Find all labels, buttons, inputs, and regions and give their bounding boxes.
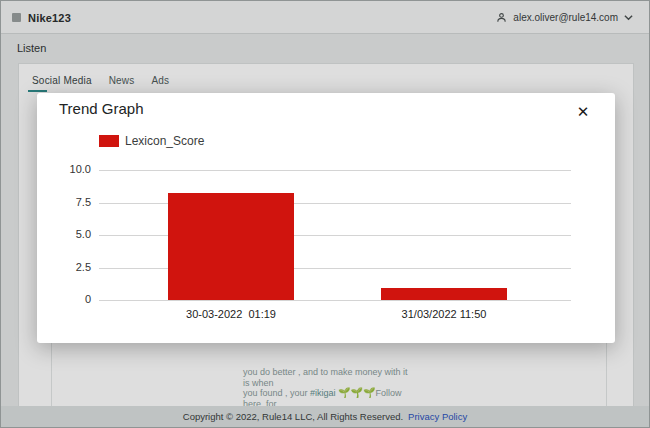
- y-tick-label: 2.5: [37, 261, 91, 273]
- legend-swatch: [99, 135, 119, 147]
- app-window: Nike123 alex.oliver@rule14.com Listen So…: [0, 0, 650, 428]
- y-tick-label: 10.0: [37, 163, 91, 175]
- bar-30-03-2022 01:19[interactable]: [168, 193, 294, 300]
- y-tick-label: 0: [37, 293, 91, 305]
- y-tick-label: 5.0: [37, 228, 91, 240]
- bar-chart-plot-area: [99, 170, 571, 300]
- y-tick-label: 7.5: [37, 196, 91, 208]
- gridline: [99, 170, 571, 171]
- trend-graph-modal: Trend Graph ✕ Lexicon_Score 10.07.55.02.…: [37, 93, 615, 343]
- close-icon[interactable]: ✕: [573, 102, 593, 122]
- modal-title: Trend Graph: [59, 100, 144, 117]
- gridline: [99, 300, 571, 301]
- x-axis-label: 30-03-2022 01:19: [186, 308, 276, 320]
- chart-legend[interactable]: Lexicon_Score: [99, 134, 204, 148]
- bar-31/03/2022 11:50[interactable]: [381, 288, 507, 300]
- legend-label: Lexicon_Score: [125, 134, 204, 148]
- x-axis-label: 31/03/2022 11:50: [402, 308, 487, 320]
